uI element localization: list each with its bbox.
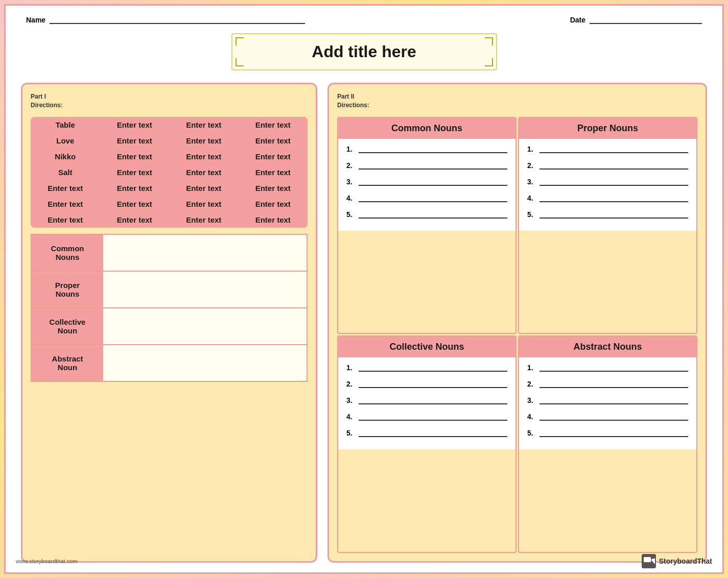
corner-tl xyxy=(236,37,244,45)
table-cell[interactable]: Enter text xyxy=(239,117,308,133)
noun-section-header: Common Nouns xyxy=(338,118,515,139)
table-cell[interactable]: Table xyxy=(31,117,100,133)
category-input-area[interactable] xyxy=(103,272,307,307)
table-cell[interactable]: Enter text xyxy=(100,164,170,180)
footer-brand: StoryboardThat xyxy=(642,554,712,568)
date-field: Date xyxy=(570,16,702,24)
brand-icon xyxy=(642,554,656,568)
line-number: 5. xyxy=(346,429,356,437)
answer-line[interactable] xyxy=(539,395,688,404)
table-cell[interactable]: Enter text xyxy=(239,149,308,164)
table-cell[interactable]: Enter text xyxy=(239,164,308,180)
table-cell[interactable]: Nikko xyxy=(31,149,100,164)
noun-line: 3. xyxy=(527,395,688,404)
answer-line[interactable] xyxy=(539,209,688,219)
noun-line: 5. xyxy=(346,428,507,437)
category-input-area[interactable] xyxy=(103,345,307,381)
category-label: Abstract Noun xyxy=(32,345,103,381)
answer-line[interactable] xyxy=(539,428,688,437)
left-directions-label: Directions: xyxy=(31,102,63,109)
category-input-area[interactable] xyxy=(103,308,307,344)
table-cell[interactable]: Enter text xyxy=(239,212,308,228)
answer-line[interactable] xyxy=(539,144,688,153)
right-panel: Part II Directions: Common Nouns1.2.3.4.… xyxy=(327,83,707,563)
line-number: 3. xyxy=(346,396,356,404)
right-part-header: Part II Directions: xyxy=(337,92,697,110)
noun-section: Collective Nouns1.2.3.4.5. xyxy=(337,335,516,553)
answer-line[interactable] xyxy=(359,209,507,219)
table-cell[interactable]: Enter text xyxy=(100,180,170,196)
outer-border: Name Date Add title here Part I Directio… xyxy=(0,0,728,578)
table-cell[interactable]: Enter text xyxy=(31,212,100,228)
corner-br xyxy=(485,58,493,66)
line-number: 1. xyxy=(346,145,356,153)
answer-line[interactable] xyxy=(539,160,688,170)
answer-line[interactable] xyxy=(359,428,507,437)
line-number: 3. xyxy=(527,178,536,186)
table-cell[interactable]: Enter text xyxy=(31,196,100,212)
table-cell[interactable]: Enter text xyxy=(239,133,308,149)
noun-section-body: 1.2.3.4.5. xyxy=(519,139,696,231)
table-cell[interactable]: Enter text xyxy=(100,133,170,149)
noun-section-body: 1.2.3.4.5. xyxy=(519,357,696,449)
line-number: 5. xyxy=(346,210,356,219)
line-number: 3. xyxy=(527,396,536,404)
right-part-label: Part II xyxy=(337,93,354,100)
date-line xyxy=(590,23,702,24)
answer-line[interactable] xyxy=(359,412,507,421)
left-part-label: Part I xyxy=(31,93,46,100)
noun-line: 4. xyxy=(346,193,507,202)
answer-line[interactable] xyxy=(359,379,507,388)
answer-line[interactable] xyxy=(539,193,688,202)
noun-line: 4. xyxy=(346,412,507,421)
noun-line: 4. xyxy=(527,193,688,202)
footer-url: www.storyboardthat.com xyxy=(16,558,77,564)
category-input-area[interactable] xyxy=(103,235,307,271)
inner-page: Name Date Add title here Part I Directio… xyxy=(4,4,724,574)
line-number: 4. xyxy=(346,413,356,421)
answer-line[interactable] xyxy=(359,193,507,202)
answer-line[interactable] xyxy=(359,160,507,170)
left-part-header: Part I Directions: xyxy=(31,92,308,110)
answer-line[interactable] xyxy=(359,363,507,372)
line-number: 4. xyxy=(346,194,356,202)
table-cell[interactable]: Enter text xyxy=(100,212,170,228)
svg-rect-1 xyxy=(644,557,651,562)
table-cell[interactable]: Love xyxy=(31,133,100,149)
table-cell[interactable]: Enter text xyxy=(239,180,308,196)
category-row: Abstract Noun xyxy=(31,344,308,382)
answer-line[interactable] xyxy=(539,379,688,388)
answer-line[interactable] xyxy=(359,144,507,153)
line-number: 2. xyxy=(346,161,356,170)
noun-line: 5. xyxy=(527,209,688,219)
table-cell[interactable]: Enter text xyxy=(169,180,239,196)
table-cell[interactable]: Enter text xyxy=(31,180,100,196)
table-cell[interactable]: Enter text xyxy=(100,149,170,164)
answer-line[interactable] xyxy=(539,363,688,372)
category-row: Collective Noun xyxy=(31,307,308,344)
line-number: 1. xyxy=(346,364,356,372)
title-box[interactable]: Add title here xyxy=(231,33,497,70)
corner-tr xyxy=(485,37,493,45)
table-cell[interactable]: Enter text xyxy=(169,117,239,133)
answer-line[interactable] xyxy=(359,395,507,404)
footer: www.storyboardthat.com StoryboardThat xyxy=(16,554,712,568)
answer-line[interactable] xyxy=(539,177,688,186)
table-cell[interactable]: Enter text xyxy=(169,164,239,180)
line-number: 4. xyxy=(527,194,536,202)
noun-section: Abstract Nouns1.2.3.4.5. xyxy=(518,335,697,553)
table-cell[interactable]: Salt xyxy=(31,164,100,180)
table-cell[interactable]: Enter text xyxy=(169,196,239,212)
noun-line: 2. xyxy=(527,379,688,388)
table-cell[interactable]: Enter text xyxy=(100,117,170,133)
noun-line: 2. xyxy=(346,160,507,170)
table-cell[interactable]: Enter text xyxy=(169,133,239,149)
noun-section-header: Abstract Nouns xyxy=(519,336,696,357)
table-cell[interactable]: Enter text xyxy=(239,196,308,212)
noun-line: 2. xyxy=(527,160,688,170)
table-cell[interactable]: Enter text xyxy=(169,212,239,228)
table-cell[interactable]: Enter text xyxy=(100,196,170,212)
answer-line[interactable] xyxy=(359,177,507,186)
answer-line[interactable] xyxy=(539,412,688,421)
table-cell[interactable]: Enter text xyxy=(169,149,239,164)
